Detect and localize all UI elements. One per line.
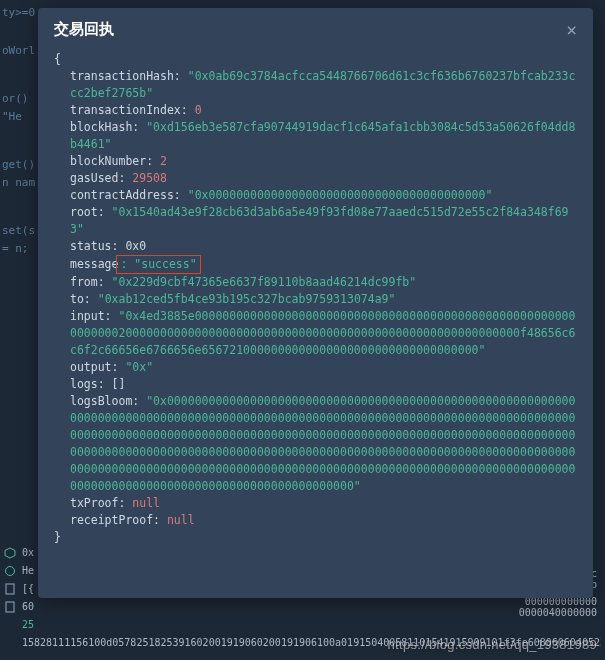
svg-rect-2: [6, 602, 14, 612]
modal-header: 交易回执 ×: [38, 8, 593, 51]
field-blockNumber: blockNumber: 2: [54, 153, 577, 170]
brace-close: }: [54, 529, 577, 546]
field-input: input: "0x4ed3885e0000000000000000000000…: [54, 308, 577, 359]
field-output: output: "0x": [54, 359, 577, 376]
field-contractAddress: contractAddress: "0x00000000000000000000…: [54, 187, 577, 204]
brace-open: {: [54, 51, 577, 68]
field-from: from: "0x229d9cbf47365e6637f89110b8aad46…: [54, 274, 577, 291]
field-transactionHash: transactionHash: "0x0ab69c3784acfcca5448…: [54, 68, 577, 102]
watermark-text: https://blog.csdn.net/qq_19381989: [388, 637, 597, 652]
svg-rect-1: [6, 584, 14, 594]
modal-title: 交易回执: [54, 20, 114, 39]
cube-icon: [4, 547, 16, 559]
field-to: to: "0xab12ced5fb4ce93b195c327bcab975931…: [54, 291, 577, 308]
svg-point-0: [6, 567, 15, 576]
receipt-json-body: { transactionHash: "0x0ab69c3784acfcca54…: [38, 51, 593, 598]
field-blockHash: blockHash: "0xd156eb3e587cfa90744919dacf…: [54, 119, 577, 153]
field-receiptProof: receiptProof: null: [54, 512, 577, 529]
field-status: status: 0x0: [54, 238, 577, 255]
doc-icon: [4, 601, 16, 613]
field-txProof: txProof: null: [54, 495, 577, 512]
field-logsBloom: logsBloom: "0x00000000000000000000000000…: [54, 393, 577, 495]
doc-icon: [4, 583, 16, 595]
field-gasUsed: gasUsed: 29508: [54, 170, 577, 187]
circle-icon: [4, 565, 16, 577]
field-transactionIndex: transactionIndex: 0: [54, 102, 577, 119]
field-root: root: "0x1540ad43e9f28cb63d3ab6a5e49f93f…: [54, 204, 577, 238]
message-highlight-box: : "success": [116, 255, 200, 274]
transaction-receipt-modal: 交易回执 × { transactionHash: "0x0ab69c3784a…: [38, 8, 593, 598]
close-icon[interactable]: ×: [566, 21, 577, 39]
field-message: message: "success": [54, 255, 577, 274]
field-logs: logs: []: [54, 376, 577, 393]
